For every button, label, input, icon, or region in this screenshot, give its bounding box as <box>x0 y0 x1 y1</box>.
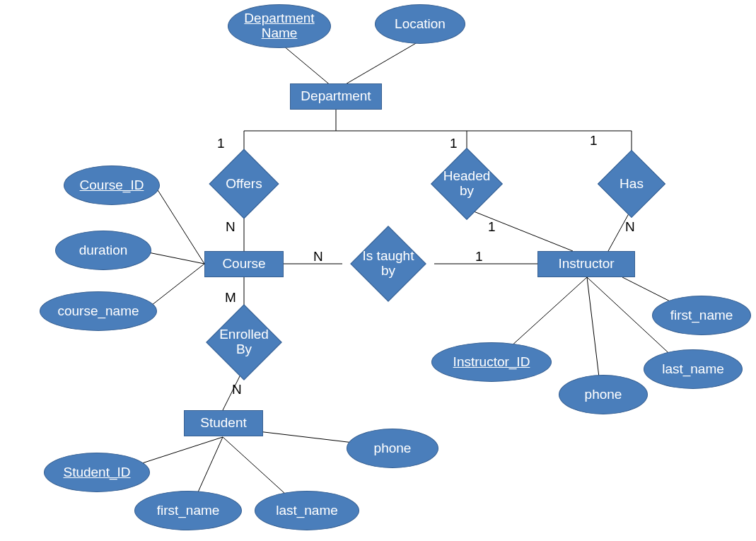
entity-label: Student <box>200 416 247 431</box>
relationship-label: Enrolled By <box>198 314 290 371</box>
cardinality-dep-offers: 1 <box>217 136 225 151</box>
relationship-enrolled-by: Enrolled By <box>198 314 290 371</box>
attr-label: Instructor_ID <box>453 355 530 370</box>
svg-line-16 <box>149 264 204 308</box>
attr-label: Student_ID <box>63 465 130 480</box>
cardinality-offers-course: N <box>226 219 235 235</box>
attr-course-name: course_name <box>40 291 157 331</box>
entity-department: Department <box>290 83 382 110</box>
attr-instructor-phone: phone <box>559 375 648 414</box>
attr-label: first_name <box>157 504 220 518</box>
cardinality-course-enrolled: M <box>225 290 236 306</box>
attr-label: last_name <box>276 504 338 518</box>
attr-label: course_name <box>57 304 139 319</box>
entity-label: Course <box>222 257 265 272</box>
attr-student-last-name: last_name <box>255 491 359 530</box>
cardinality-dep-has: 1 <box>590 133 598 149</box>
relationship-is-taught-by: Is taught by <box>342 233 434 294</box>
cardinality-enrolled-student: N <box>232 382 242 397</box>
attr-student-first-name: first_name <box>134 491 242 530</box>
attr-label: phone <box>585 388 622 402</box>
cardinality-has-inst: N <box>625 219 635 235</box>
svg-line-8 <box>467 209 573 251</box>
cardinality-dep-headed: 1 <box>450 136 458 151</box>
entity-student: Student <box>184 410 263 436</box>
attr-label: phone <box>374 441 412 456</box>
attr-instructor-id: Instructor_ID <box>431 342 552 382</box>
attr-label: Location <box>395 17 446 32</box>
attr-instructor-last-name: last_name <box>644 349 743 389</box>
attr-label: Department Name <box>228 11 330 41</box>
cardinality-taught-inst: 1 <box>475 249 483 264</box>
relationship-label: Headed by <box>424 157 509 211</box>
relationship-headed-by: Headed by <box>424 157 509 211</box>
attr-duration: duration <box>55 231 151 270</box>
attr-student-id: Student_ID <box>44 453 150 492</box>
relationship-offers: Offers <box>205 157 283 211</box>
entity-label: Department <box>301 89 371 104</box>
svg-line-0 <box>279 42 336 90</box>
entity-course: Course <box>204 251 284 277</box>
attr-department-name: Department Name <box>228 4 331 48</box>
relationship-label: Has <box>594 157 669 211</box>
svg-line-1 <box>336 42 417 90</box>
attr-label: last_name <box>662 362 724 377</box>
cardinality-course-taught: N <box>313 249 323 264</box>
entity-instructor: Instructor <box>537 251 635 277</box>
relationship-has: Has <box>594 157 669 211</box>
cardinality-headed-inst: 1 <box>488 219 496 235</box>
relationship-label: Is taught by <box>342 233 434 294</box>
attr-student-phone: phone <box>347 429 438 468</box>
attr-course-id: Course_ID <box>64 165 160 205</box>
svg-line-14 <box>156 187 204 264</box>
relationship-label: Offers <box>205 157 283 211</box>
attr-instructor-first-name: first_name <box>652 296 751 335</box>
entity-label: Instructor <box>558 257 614 272</box>
attr-label: first_name <box>670 308 733 323</box>
attr-location: Location <box>375 4 465 44</box>
attr-label: Course_ID <box>80 178 144 193</box>
attr-label: duration <box>79 243 128 258</box>
